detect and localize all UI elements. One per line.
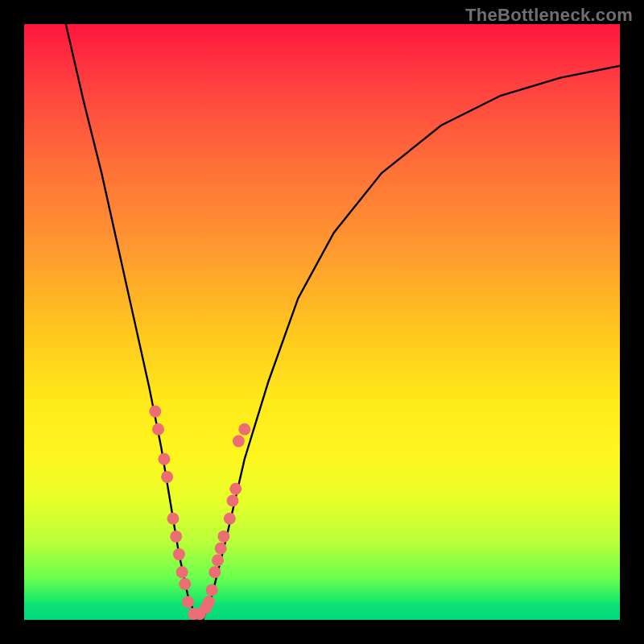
chart-frame: TheBottleneck.com bbox=[0, 0, 644, 644]
data-point-dot bbox=[149, 406, 161, 418]
data-point-dot bbox=[182, 596, 194, 608]
data-point-dot bbox=[203, 596, 215, 608]
data-point-dot bbox=[152, 423, 164, 436]
data-point-dot bbox=[212, 555, 224, 567]
data-point-dot bbox=[224, 513, 236, 525]
data-point-dot bbox=[229, 483, 242, 495]
data-point-dot bbox=[238, 423, 250, 436]
data-point-dot bbox=[179, 578, 191, 590]
data-point-dot bbox=[217, 530, 229, 543]
data-point-dot bbox=[215, 543, 227, 555]
data-point-dot bbox=[158, 453, 170, 465]
watermark-text: TheBottleneck.com bbox=[465, 5, 633, 26]
data-point-dot bbox=[227, 495, 239, 507]
data-point-dot bbox=[161, 471, 173, 483]
data-point-dots bbox=[149, 406, 250, 621]
plot-area bbox=[24, 24, 620, 620]
curve-svg bbox=[24, 24, 620, 620]
data-point-dot bbox=[208, 566, 221, 578]
data-point-dot bbox=[173, 548, 185, 560]
data-point-dot bbox=[233, 436, 245, 448]
data-point-dot bbox=[167, 513, 180, 525]
bottleneck-curve-path bbox=[66, 24, 620, 620]
data-point-dot bbox=[176, 566, 188, 578]
data-point-dot bbox=[206, 584, 218, 597]
data-point-dot bbox=[170, 530, 182, 543]
